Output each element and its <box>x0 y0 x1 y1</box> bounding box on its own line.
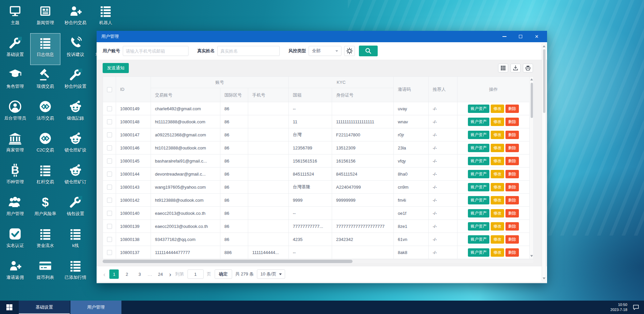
desktop-icon-后台管理员[interactable]: 后台管理员 <box>0 97 30 129</box>
edit-button[interactable]: 修改 <box>491 170 504 178</box>
account-asset-button[interactable]: 账户资产 <box>468 118 489 126</box>
select-all-checkbox[interactable] <box>107 87 112 92</box>
start-button[interactable] <box>0 301 19 314</box>
page-3[interactable]: 3 <box>135 269 144 279</box>
account-asset-button[interactable]: 账户资产 <box>468 144 489 152</box>
account-asset-button[interactable]: 账户资产 <box>468 248 489 257</box>
row-checkbox[interactable] <box>107 211 112 216</box>
desktop-icon-日志信息[interactable]: 日志信息 <box>30 33 60 65</box>
scroll-up-icon[interactable] <box>530 78 533 80</box>
delete-button[interactable]: 删除 <box>505 170 519 178</box>
desktop-icon-角色管理[interactable]: 角色管理 <box>0 65 30 97</box>
account-asset-button[interactable]: 账户资产 <box>468 170 489 178</box>
confirm-button[interactable]: 确定 <box>215 269 232 279</box>
row-checkbox[interactable] <box>107 224 112 229</box>
send-notification-button[interactable]: 发送通知 <box>103 63 129 73</box>
row-checkbox[interactable] <box>107 106 112 111</box>
column-settings-button[interactable] <box>498 64 508 72</box>
taskbar-clock[interactable]: 10:50 2023-7-18 <box>610 302 627 312</box>
desktop-icon-商家管理[interactable]: 商家管理 <box>0 129 30 161</box>
edit-button[interactable]: 修改 <box>491 235 504 244</box>
desktop-icon-提币列表[interactable]: 提币列表 <box>30 256 60 288</box>
row-checkbox[interactable] <box>107 237 112 242</box>
edit-button[interactable]: 修改 <box>491 144 504 152</box>
export-button[interactable] <box>511 64 521 72</box>
horizontal-scroll-thumb[interactable] <box>103 260 353 263</box>
page-1[interactable]: 1 <box>109 269 119 279</box>
edit-button[interactable]: 修改 <box>491 209 504 217</box>
row-checkbox[interactable] <box>107 159 112 164</box>
desktop-icon-新闻管理[interactable]: 新闻管理 <box>30 1 60 33</box>
desktop-icon-秒合约交易[interactable]: 秒合约交易 <box>60 1 91 33</box>
edit-button[interactable]: 修改 <box>491 105 504 113</box>
desktop-icon-秒合约设置[interactable]: 秒合约设置 <box>60 65 91 97</box>
delete-button[interactable]: 删除 <box>505 222 519 231</box>
desktop-icon-k线[interactable]: k线 <box>60 224 91 256</box>
table-vertical-scrollbar[interactable] <box>529 76 534 259</box>
risk-type-select[interactable]: 全部 <box>309 46 341 56</box>
table-horizontal-scrollbar[interactable] <box>103 260 534 263</box>
desktop-icon-已添加行情[interactable]: 已添加行情 <box>60 256 91 288</box>
delete-button[interactable]: 删除 <box>505 235 519 244</box>
desktop-icon-锁仓挖矿设[interactable]: 锁仓挖矿设 <box>60 129 91 161</box>
scroll-down-icon[interactable] <box>530 255 533 257</box>
row-checkbox[interactable] <box>107 185 112 190</box>
desktop-icon-主题[interactable]: 主题 <box>0 1 30 33</box>
window-titlebar[interactable]: 用户管理 × <box>97 31 547 42</box>
row-checkbox[interactable] <box>107 198 112 203</box>
desktop-icon-现價交易[interactable]: 现價交易 <box>30 65 60 97</box>
account-asset-button[interactable]: 账户资产 <box>468 105 489 113</box>
edit-button[interactable]: 修改 <box>491 118 504 126</box>
prev-page-button[interactable]: ‹ <box>103 271 106 277</box>
notification-center-button[interactable] <box>633 304 639 311</box>
account-asset-button[interactable]: 账户资产 <box>468 196 489 204</box>
edit-button[interactable]: 修改 <box>491 157 504 165</box>
desktop-icon-机器人[interactable]: 机器人 <box>91 1 121 33</box>
scroll-up-icon[interactable] <box>543 45 545 47</box>
taskbar-item-user-management[interactable]: 用户管理 <box>70 301 121 314</box>
goto-page-input[interactable] <box>187 269 204 279</box>
delete-button[interactable]: 删除 <box>505 248 519 257</box>
window-vertical-scrollbar[interactable] <box>542 44 546 281</box>
settings-gear-button[interactable] <box>344 46 355 56</box>
account-asset-button[interactable]: 账户资产 <box>468 209 489 217</box>
edit-button[interactable]: 修改 <box>491 196 504 204</box>
account-asset-button[interactable]: 账户资产 <box>468 131 489 139</box>
desktop-icon-钱包设置[interactable]: 钱包设置 <box>60 192 91 224</box>
search-button[interactable] <box>359 46 378 56</box>
account-asset-button[interactable]: 账户资产 <box>468 222 489 231</box>
desktop-icon-用户风险率[interactable]: 用户风险率 <box>30 192 60 224</box>
desktop-icon-法币交易[interactable]: 法币交易 <box>30 97 60 129</box>
delete-button[interactable]: 删除 <box>505 131 519 139</box>
account-asset-button[interactable]: 账户资产 <box>468 183 489 191</box>
desktop-icon-用户管理[interactable]: 用户管理 <box>0 192 30 224</box>
desktop-icon-资金流水[interactable]: 资金流水 <box>30 224 60 256</box>
page-24[interactable]: 24 <box>156 269 165 279</box>
row-checkbox[interactable] <box>107 145 112 150</box>
scroll-down-icon[interactable] <box>543 277 545 279</box>
row-checkbox[interactable] <box>107 132 112 137</box>
desktop-icon-币种管理[interactable]: 币种管理 <box>0 161 30 192</box>
edit-button[interactable]: 修改 <box>491 248 504 257</box>
row-checkbox[interactable] <box>107 119 112 124</box>
delete-button[interactable]: 删除 <box>505 157 519 165</box>
maximize-button[interactable] <box>518 34 524 40</box>
desktop-icon-实名认证[interactable]: 实名认证 <box>0 224 30 256</box>
row-checkbox[interactable] <box>107 172 112 177</box>
print-button[interactable] <box>523 64 533 72</box>
edit-button[interactable]: 修改 <box>491 183 504 191</box>
delete-button[interactable]: 删除 <box>505 118 519 126</box>
desktop-icon-邀请返佣[interactable]: 邀请返佣 <box>0 256 30 288</box>
desktop-icon-杠杆交易[interactable]: 杠杆交易 <box>30 161 60 192</box>
realname-input[interactable] <box>217 46 280 56</box>
account-asset-button[interactable]: 账户资产 <box>468 235 489 244</box>
delete-button[interactable]: 删除 <box>505 105 519 113</box>
per-page-select[interactable]: 10 条/页 <box>257 269 285 279</box>
edit-button[interactable]: 修改 <box>491 131 504 139</box>
delete-button[interactable]: 删除 <box>505 196 519 204</box>
row-checkbox[interactable] <box>107 250 112 255</box>
taskbar-item-basic-settings[interactable]: 基础设置 <box>19 301 70 314</box>
window-scroll-thumb[interactable] <box>543 49 545 113</box>
table-scroll-thumb[interactable] <box>531 83 533 118</box>
account-input[interactable] <box>123 46 189 56</box>
